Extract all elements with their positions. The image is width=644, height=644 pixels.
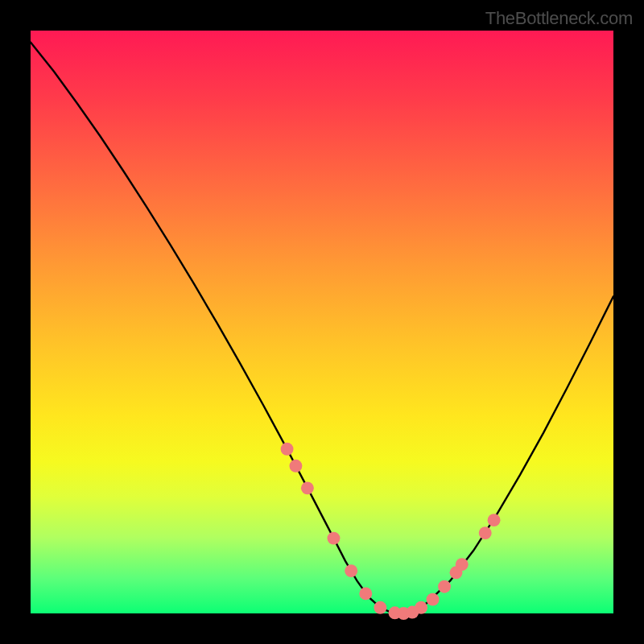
- sample-marker: [345, 564, 357, 577]
- bottleneck-curve: [31, 42, 613, 613]
- sample-marker: [328, 532, 341, 545]
- sample-marker: [427, 593, 440, 606]
- sample-marker: [415, 601, 427, 614]
- sample-marker: [289, 460, 302, 473]
- sample-marker: [281, 443, 294, 456]
- sample-marker: [488, 514, 501, 526]
- sample-marker: [479, 526, 492, 539]
- sample-marker: [301, 481, 314, 494]
- sample-marker: [359, 587, 372, 600]
- sample-marker: [438, 580, 451, 593]
- chart-overlay: [31, 31, 613, 613]
- sample-marker: [456, 558, 469, 571]
- attribution-text: TheBottleneck.com: [485, 8, 633, 29]
- sample-markers: [281, 443, 501, 620]
- chart-container: TheBottleneck.com: [0, 0, 644, 644]
- sample-marker: [374, 601, 386, 614]
